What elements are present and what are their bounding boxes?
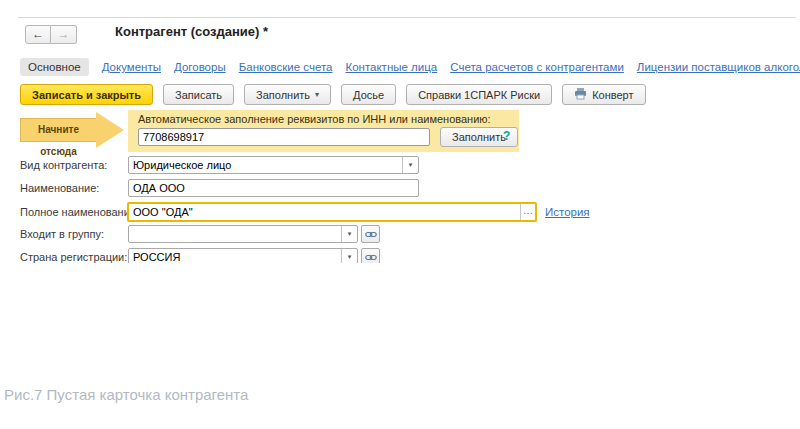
kind-value: Юридическое лицо [129,157,402,173]
envelope-button[interactable]: Конверт [562,84,645,105]
dossier-button[interactable]: Досье [341,84,396,105]
link-icon [365,225,377,243]
tab-bar: Основное Документы Договоры Банковские с… [20,57,800,77]
fill-menu-button[interactable]: Заполнить ▾ [244,84,331,105]
save-and-close-button[interactable]: Записать и закрыть [20,84,153,105]
printer-icon [574,88,587,102]
back-button[interactable]: ← [25,25,51,44]
country-combobox[interactable]: РОССИЯ ▾ [128,248,358,263]
country-label: Страна регистрации: [20,251,127,263]
toolbar: Записать и закрыть Записать Заполнить ▾ … [20,84,646,105]
forward-arrow-icon: → [58,27,70,41]
chevron-down-icon[interactable]: ▾ [402,157,418,173]
envelope-label: Конверт [592,89,633,101]
chevron-down-icon[interactable]: ▾ [341,226,357,242]
name-value: ОДА ООО [129,180,418,196]
forward-button[interactable]: → [51,25,77,44]
save-button[interactable]: Записать [163,84,234,105]
top-divider [18,17,796,18]
kind-combobox[interactable]: Юридическое лицо ▾ [128,156,419,174]
full-name-value: ООО "ОДА" [129,204,520,220]
tab-documents[interactable]: Документы [102,61,161,73]
tab-contact-persons[interactable]: Контактные лица [345,61,437,73]
link-icon [365,248,377,263]
open-country-button[interactable] [361,248,380,263]
group-combobox[interactable]: ▾ [128,225,358,243]
chevron-down-icon: ▾ [315,90,319,99]
name-field[interactable]: ОДА ООО [128,179,419,197]
group-value [129,226,341,242]
chevron-down-icon[interactable]: ▾ [341,249,357,263]
kind-label: Вид контрагента: [20,159,107,171]
tab-alcohol-licenses[interactable]: Лицензии поставщиков алкогольной продукц… [637,61,800,73]
autofill-panel: Автоматическое заполнение реквизитов по … [128,110,519,152]
help-icon[interactable]: ? [503,129,510,143]
counterparty-window: ← → Контрагент (создание) * Основное Док… [0,0,800,263]
figure-caption: Рис.7 Пустая карточка контрагента [4,386,248,403]
tab-bank-accounts[interactable]: Банковские счета [239,61,333,73]
spark-references-button[interactable]: Справки 1СПАРК Риски [406,84,552,105]
open-group-button[interactable] [361,225,380,243]
inn-input[interactable] [138,128,430,146]
start-here-label: Начните отсюда [20,118,96,142]
tab-main[interactable]: Основное [20,58,89,76]
start-here-callout: Начните отсюда [20,112,124,148]
nav-history-buttons: ← → [25,25,77,44]
tab-settlement-accounts[interactable]: Счета расчетов с контрагентами [450,61,624,73]
fill-menu-label: Заполнить [256,89,310,101]
arrow-right-icon [96,112,124,148]
tab-contracts[interactable]: Договоры [174,61,226,73]
history-link[interactable]: История [545,206,590,218]
group-label: Входит в группу: [20,228,104,240]
country-value: РОССИЯ [129,249,341,263]
name-label: Наименование: [20,182,99,194]
page: ← → Контрагент (создание) * Основное Док… [0,0,800,429]
ellipsis-button[interactable]: … [520,204,535,220]
full-name-label: Полное наименование: [20,206,139,218]
page-title: Контрагент (создание) * [115,24,268,39]
full-name-field[interactable]: ООО "ОДА" … [127,202,537,222]
back-arrow-icon: ← [32,27,44,41]
autofill-label: Автоматическое заполнение реквизитов по … [138,113,491,125]
